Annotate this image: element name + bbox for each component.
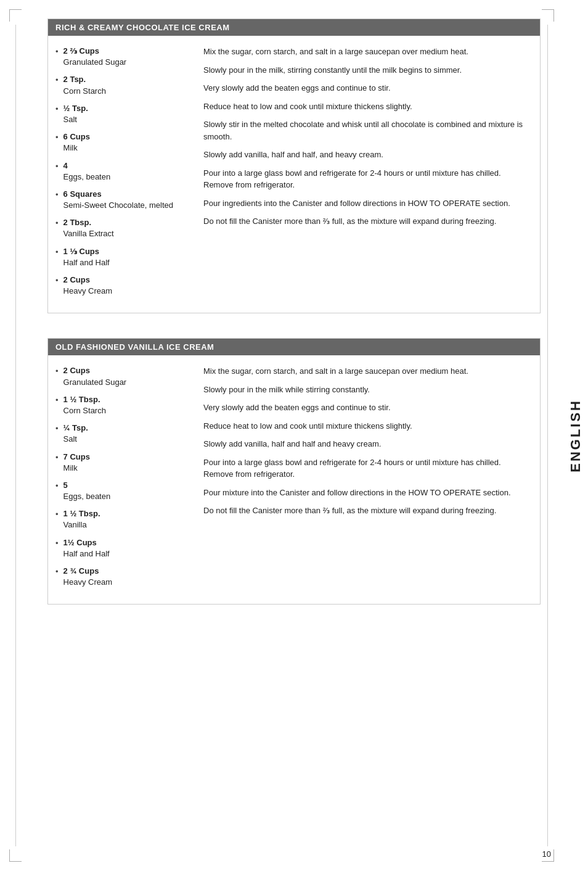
list-item: •¼ Tsp.Salt [55,423,191,445]
direction-step: Reduce heat to low and cook until mixtur… [203,420,533,432]
direction-step: Pour into a large glass bowl and refrige… [203,456,533,481]
list-item: •2 Tbsp.Vanilla Extract [55,217,191,239]
list-item: •1½ CupsHalf and Half [55,537,191,559]
direction-step: Do not fill the Canister more than ²⁄₃ f… [203,215,533,228]
bullet: • [55,395,59,406]
ingredient-text: 4Eggs, beaten [63,160,111,183]
side-line-left [15,25,16,846]
direction-step: Slowly add vanilla, half and half and he… [203,438,533,450]
recipe2-section: OLD FASHIONED VANILLA ICE CREAM •2 CupsG… [47,338,541,605]
list-item: •2 Tsp.Corn Starch [55,74,191,96]
list-item: •1 ½ Tbsp.Vanilla [55,508,191,530]
bullet: • [55,566,59,577]
list-item: •4Eggs, beaten [55,160,191,183]
ingredient-text: 1½ CupsHalf and Half [63,537,110,559]
direction-step: Pour mixture into the Canister and follo… [203,487,533,499]
corner-mark-tr [542,9,554,22]
ingredient-text: 1 ½ Tbsp.Vanilla [63,508,100,530]
direction-step: Slowly stir in the melted chocolate and … [203,118,533,142]
list-item: •2 CupsHeavy Cream [55,275,191,297]
bullet: • [55,366,59,377]
recipe1-body: •2 ²⁄₃ CupsGranulated Sugar•2 Tsp.Corn S… [48,36,540,313]
recipe2-ingredients: •2 CupsGranulated Sugar•1 ½ Tbsp.Corn St… [55,365,191,594]
direction-step: Mix the sugar, corn starch, and salt in … [203,46,533,58]
bullet: • [55,161,59,172]
bullet: • [55,189,59,200]
list-item: •½ Tsp.Salt [55,103,191,125]
list-item: •1 ¹⁄₃ CupsHalf and Half [55,246,191,268]
ingredient-text: 2 ²⁄₃ CupsGranulated Sugar [63,46,127,68]
english-label: ENGLISH [568,399,584,473]
direction-step: Very slowly add the beaten eggs and cont… [203,402,533,414]
list-item: •2 ¾ CupsHeavy Cream [55,566,191,588]
bullet: • [55,481,59,492]
bullet: • [55,275,59,286]
recipe2-body: •2 CupsGranulated Sugar•1 ½ Tbsp.Corn St… [48,355,540,604]
direction-step: Pour ingredients into the Canister and f… [203,197,533,210]
direction-step: Slowly pour in the milk while stirring c… [203,384,533,396]
ingredient-text: 7 CupsMilk [63,452,90,474]
ingredient-text: 6 CupsMilk [63,131,90,154]
ingredient-text: 2 ¾ CupsHeavy Cream [63,566,112,588]
bullet: • [55,538,59,549]
ingredient-text: 5Eggs, beaten [63,480,111,502]
list-item: •2 ²⁄₃ CupsGranulated Sugar [55,46,191,68]
corner-mark-bl [9,849,22,862]
bullet: • [55,132,59,143]
list-item: •2 CupsGranulated Sugar [55,365,191,387]
direction-step: Reduce heat to low and cook until mixtur… [203,101,533,113]
side-line-right [547,25,548,846]
list-item: •1 ½ Tbsp.Corn Starch [55,394,191,416]
bullet: • [55,452,59,463]
list-item: •7 CupsMilk [55,452,191,474]
bullet: • [55,75,59,86]
direction-step: Slowly add vanilla, half and half, and h… [203,149,533,161]
ingredient-text: 6 SquaresSemi-Sweet Chocolate, melted [63,189,173,211]
corner-mark-tl [9,9,22,22]
bullet: • [55,423,59,434]
direction-step: Slowly pour in the milk, stirring consta… [203,64,533,76]
ingredient-text: 2 CupsHeavy Cream [63,275,112,297]
ingredient-text: ½ Tsp.Salt [63,103,88,125]
recipe1-section: RICH & CREAMY CHOCOLATE ICE CREAM •2 ²⁄₃… [47,19,541,313]
recipe1-directions: Mix the sugar, corn starch, and salt in … [203,46,533,303]
bullet: • [55,104,59,115]
recipe1-header: RICH & CREAMY CHOCOLATE ICE CREAM [48,19,540,36]
english-sidebar: ENGLISH [563,374,588,497]
ingredient-text: ¼ Tsp.Salt [63,423,88,445]
list-item: •6 SquaresSemi-Sweet Chocolate, melted [55,189,191,211]
direction-step: Pour into a large glass bowl and refrige… [203,167,533,191]
ingredient-text: 2 CupsGranulated Sugar [63,365,127,387]
bullet: • [55,46,59,57]
recipe2-directions: Mix the sugar, corn starch, and salt in … [203,365,533,594]
direction-step: Mix the sugar, corn starch, and salt in … [203,365,533,378]
bullet: • [55,247,59,258]
bullet: • [55,509,59,520]
list-item: •5Eggs, beaten [55,480,191,502]
ingredient-text: 1 ½ Tbsp.Corn Starch [63,394,106,416]
ingredient-text: 2 Tbsp.Vanilla Extract [63,217,114,239]
ingredient-text: 2 Tsp.Corn Starch [63,74,106,96]
page-number: 10 [542,849,551,859]
recipe1-ingredients: •2 ²⁄₃ CupsGranulated Sugar•2 Tsp.Corn S… [55,46,191,303]
recipe2-header: OLD FASHIONED VANILLA ICE CREAM [48,339,540,355]
list-item: •6 CupsMilk [55,131,191,154]
ingredient-text: 1 ¹⁄₃ CupsHalf and Half [63,246,110,268]
bullet: • [55,218,59,229]
direction-step: Do not fill the Canister more than ²⁄₃ f… [203,505,533,517]
direction-step: Very slowly add the beaten eggs and cont… [203,82,533,94]
